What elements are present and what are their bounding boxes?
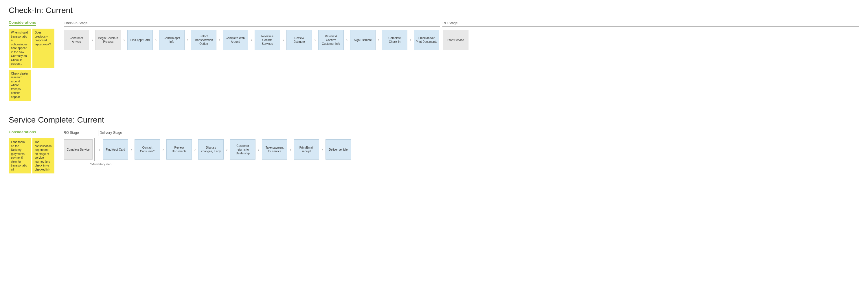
arrow-9: › <box>344 38 350 42</box>
step-review-confirm-customer: Review & Confirm Customer Info <box>318 30 344 50</box>
checkin-stage-label: Check-In Stage <box>64 21 440 25</box>
checkin-considerations-col: Considerations When should transportatio… <box>9 20 58 101</box>
arrow-svc-4: › <box>192 147 198 152</box>
step-review-confirm-services: Review & Confirm Services <box>255 30 280 50</box>
arrow-svc-8: › <box>319 147 326 152</box>
service-stage-divider-line <box>94 138 95 161</box>
ro-stage-label-service: RO Stage <box>64 131 97 135</box>
arrow-svc-6: › <box>255 147 262 152</box>
arrow-3: › <box>153 38 159 42</box>
step-consumer-arrives: Consumer Arrives <box>64 30 89 50</box>
service-considerations-col: Considerations Land them on the Delivery… <box>9 130 58 173</box>
service-sticky-notes: Land them on the Delivery (payments paym… <box>9 138 58 173</box>
step-email-print: Email and/or Print Documents <box>414 30 439 50</box>
step-take-payment: Take payment for service <box>262 139 287 160</box>
checkin-considerations-label: Considerations <box>9 20 36 26</box>
arrow-svc-7: › <box>287 147 294 152</box>
mandatory-note: *Mandatory step <box>90 163 859 166</box>
service-sticky-note-1: Land them on the Delivery (payments paym… <box>9 138 31 173</box>
arrow-5: › <box>216 38 223 42</box>
step-walk-around: Complete Walk Around <box>223 30 248 50</box>
step-begin-checkin: Begin Check-In Process <box>95 30 121 50</box>
arrow-4: › <box>185 38 191 42</box>
ro-stage-header-service: RO Stage <box>64 131 97 136</box>
checkin-sticky-note-1: When should transportation options/rides… <box>9 29 31 68</box>
step-complete-service: Complete Service <box>64 139 93 160</box>
checkin-diagram-area: Check-In Stage RO Stage Consumer Arrives… <box>64 20 859 51</box>
service-diagram-area: RO Stage Delivery Stage Complete Service… <box>64 130 859 166</box>
step-contact-consumer: Contact Consumer* <box>134 139 160 160</box>
delivery-stage-header: Delivery Stage <box>99 131 859 136</box>
checkin-sticky-note-3: Check dealer research around where trans… <box>9 70 31 101</box>
service-section: Service Complete: Current Considerations… <box>9 115 859 173</box>
step-deliver-vehicle: Deliver vehicle <box>326 139 351 160</box>
step-find-appt-card: Find Appt Card <box>127 30 153 50</box>
step-complete-checkin: Complete Check-In <box>382 30 407 50</box>
arrow-7: › <box>280 38 286 42</box>
arrow-2: › <box>121 38 127 42</box>
step-confirm-appt: Confirm appt Info <box>159 30 185 50</box>
step-start-service: Start Service <box>443 30 468 50</box>
arrow-svc-3: › <box>160 147 166 152</box>
step-select-transport: Select Transportation Option <box>191 30 216 50</box>
step-sign-estimate: Sign Estimate <box>350 30 376 50</box>
service-sticky-note-2: Tab consolidation dependent on stage of … <box>32 138 54 173</box>
checkin-flow: Consumer Arrives › Begin Check-In Proces… <box>64 28 859 51</box>
ro-stage-header: RO Stage <box>442 21 859 27</box>
service-considerations-label: Considerations <box>9 130 36 135</box>
service-stage-divider-header <box>98 130 98 136</box>
checkin-sticky-notes: When should transportation options/rides… <box>9 29 58 101</box>
arrow-10: › <box>376 38 382 42</box>
step-svc-find-appt: Find Appt Card <box>103 139 128 160</box>
arrow-svc-2: › <box>128 147 134 152</box>
arrow-8: › <box>312 38 318 42</box>
step-customer-returns: Customer returns to Dealership <box>230 139 255 160</box>
checkin-section: Check-In: Current Considerations When sh… <box>9 6 859 101</box>
checkin-stage-header: Check-In Stage <box>64 21 440 27</box>
service-title: Service Complete: Current <box>9 115 859 125</box>
step-discuss-changes: Discuss changes, if any <box>198 139 224 160</box>
service-flow: Complete Service › Find Appt Card › Cont… <box>64 138 859 161</box>
step-review-documents: Review Documents <box>166 139 192 160</box>
arrow-svc-5: › <box>224 147 230 152</box>
ro-stage-label: RO Stage <box>442 21 859 25</box>
arrow-11: › <box>407 38 414 42</box>
step-review-estimate: Review Estimate <box>286 30 312 50</box>
checkin-sticky-note-2: Does previously proposed layout work? <box>32 29 54 68</box>
step-print-email-receipt: Print/Email receipt <box>294 139 319 160</box>
checkin-title: Check-In: Current <box>9 6 859 15</box>
arrow-6: › <box>248 38 255 42</box>
arrow-svc-1: › <box>96 147 103 152</box>
arrow-1: › <box>89 38 95 42</box>
delivery-stage-label: Delivery Stage <box>99 131 859 135</box>
